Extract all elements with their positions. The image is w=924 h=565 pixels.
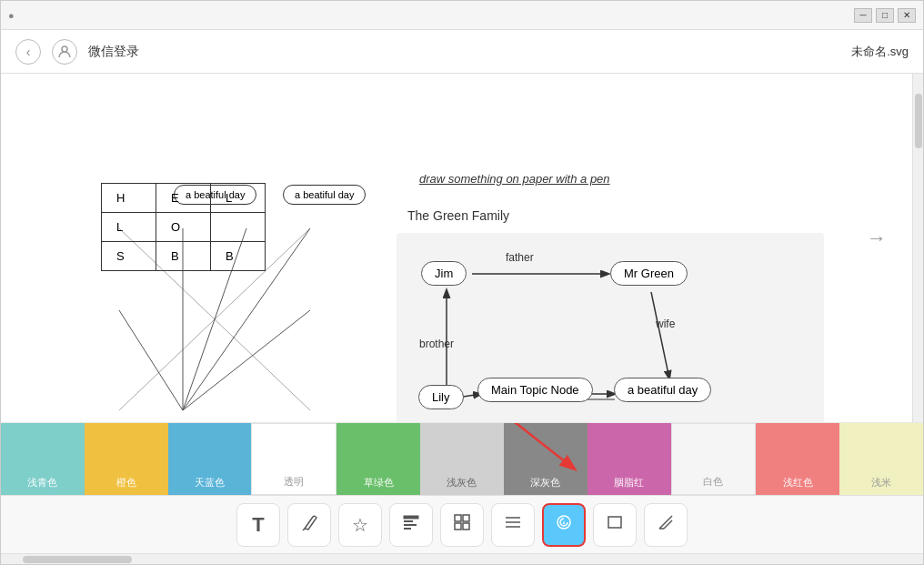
color-label: 深灰色 — [530, 476, 560, 489]
color-swatch-light-gray[interactable]: 浅灰色 — [420, 423, 504, 495]
edge-label-brother: brother — [419, 338, 454, 350]
login-label[interactable]: 微信登录 — [88, 44, 139, 60]
scrollbar-thumb-bottom[interactable] — [23, 556, 132, 563]
color-swatch-beige[interactable]: 浅米 — [839, 423, 923, 495]
color-swatch-rouge[interactable]: 胭脂红 — [588, 423, 671, 495]
toolbar: T ☆ — [1, 495, 923, 553]
close-button[interactable]: ✕ — [898, 8, 916, 23]
titlebar: ● ─ □ ✕ — [1, 1, 923, 30]
svg-line-5 — [183, 310, 310, 410]
svg-line-1 — [119, 310, 183, 410]
table-cell: L — [211, 184, 266, 213]
color-label: 透明 — [284, 475, 304, 489]
header: ‹ 微信登录 未命名.svg — [1, 30, 923, 74]
table-cell: E — [156, 184, 211, 213]
star-icon: ☆ — [352, 514, 368, 536]
scrollbar-bottom[interactable] — [1, 553, 923, 564]
svg-line-32 — [664, 520, 672, 529]
svg-rect-19 — [404, 516, 418, 519]
canvas-area[interactable]: a beatiful day a beatiful day H E L L O — [1, 74, 912, 422]
scrollbar-thumb-right[interactable] — [915, 94, 922, 148]
color-label: 橙色 — [116, 476, 136, 489]
svg-rect-25 — [455, 523, 461, 530]
node-a-beatiful-day[interactable]: a beatiful day — [614, 378, 711, 402]
table-cell: H — [102, 184, 156, 213]
table-cell: B — [156, 242, 211, 271]
back-button[interactable]: ‹ — [15, 39, 41, 65]
filename-label: 未命名.svg — [851, 44, 909, 60]
color-swatch-transparent[interactable]: 透明 — [251, 423, 336, 495]
color-label: 浅米 — [871, 476, 891, 489]
callout-2: a beatiful day — [283, 185, 366, 205]
maximize-button[interactable]: □ — [876, 8, 894, 23]
titlebar-controls[interactable]: ─ □ ✕ — [854, 8, 916, 23]
svg-rect-26 — [463, 523, 469, 530]
app-window: ● ─ □ ✕ ‹ 微信登录 未命名.svg — [0, 0, 924, 565]
color-label: 草绿色 — [364, 476, 394, 489]
diagram-table: H E L L O S B B — [101, 183, 266, 271]
user-icon — [52, 39, 77, 65]
svg-rect-24 — [463, 515, 469, 521]
color-label: 浅红色 — [783, 476, 813, 489]
color-swatch-orange[interactable]: 橙色 — [85, 423, 168, 495]
edge-label-father: father — [506, 251, 534, 264]
lines-tool-button[interactable] — [491, 503, 535, 547]
family-title: The Green Family — [407, 208, 509, 223]
color-label: 浅灰色 — [447, 476, 477, 489]
grid-tool-button[interactable] — [440, 503, 484, 547]
node-main-topic[interactable]: Main Topic Node — [477, 378, 593, 402]
table-cell: L — [102, 213, 156, 242]
table-cell: S — [102, 242, 156, 271]
svg-rect-20 — [404, 520, 413, 522]
rect-tool-button[interactable] — [593, 503, 637, 547]
node-lily[interactable]: Lily — [418, 385, 464, 409]
color-label: 白色 — [703, 475, 723, 489]
star-tool-button[interactable]: ☆ — [338, 503, 382, 547]
color-swatch-white[interactable]: 白色 — [671, 423, 757, 495]
eraser-tool-button[interactable] — [644, 503, 688, 547]
pen-tool-button[interactable] — [287, 503, 331, 547]
text-icon: T — [252, 513, 264, 537]
titlebar-title: ● — [8, 10, 15, 21]
format-tool-button[interactable] — [389, 503, 433, 547]
color-swatch-dark-gray[interactable]: 深灰色 — [504, 423, 588, 495]
rect-icon — [606, 513, 624, 536]
fill-icon — [554, 512, 574, 537]
fill-tool-button[interactable] — [542, 503, 586, 547]
color-swatch-light-red[interactable]: 浅红色 — [756, 423, 839, 495]
node-mr-green[interactable]: Mr Green — [610, 261, 688, 286]
svg-rect-22 — [404, 528, 411, 530]
arrow-right-icon: → — [867, 227, 887, 250]
scrollbar-right[interactable] — [912, 74, 923, 422]
back-icon: ‹ — [26, 45, 31, 59]
table-cell: O — [156, 213, 211, 242]
svg-rect-30 — [608, 517, 621, 528]
eraser-icon — [657, 513, 675, 536]
color-swatch-grass-green[interactable]: 草绿色 — [336, 423, 420, 495]
edge-label-wife: wife — [656, 318, 675, 330]
table-cell — [211, 213, 266, 242]
svg-rect-21 — [404, 524, 417, 526]
color-bar: 浅青色 橙色 天蓝色 透明 草绿色 浅灰色 深灰色 胭脂红 白色 浅红色 浅米 — [1, 422, 923, 495]
node-jim[interactable]: Jim — [421, 261, 467, 286]
color-swatch-sky-blue[interactable]: 天蓝色 — [168, 423, 252, 495]
grid-icon — [453, 513, 471, 536]
minimize-button[interactable]: ─ — [854, 8, 872, 23]
format-icon — [402, 513, 420, 536]
text-tool-button[interactable]: T — [236, 503, 280, 547]
titlebar-left: ● — [8, 10, 15, 21]
svg-line-18 — [303, 529, 305, 530]
pen-icon — [300, 513, 318, 536]
italic-instruction: draw something on paper with a pen — [419, 172, 610, 186]
svg-point-0 — [62, 46, 67, 52]
main-area: a beatiful day a beatiful day H E L L O — [1, 74, 923, 422]
svg-rect-23 — [455, 515, 461, 521]
color-label: 天蓝色 — [195, 476, 225, 489]
color-label: 胭脂红 — [614, 476, 644, 489]
color-label: 浅青色 — [27, 476, 57, 489]
color-swatch-light-cyan[interactable]: 浅青色 — [1, 423, 85, 495]
table-cell: B — [211, 242, 266, 271]
lines-icon — [504, 513, 522, 536]
